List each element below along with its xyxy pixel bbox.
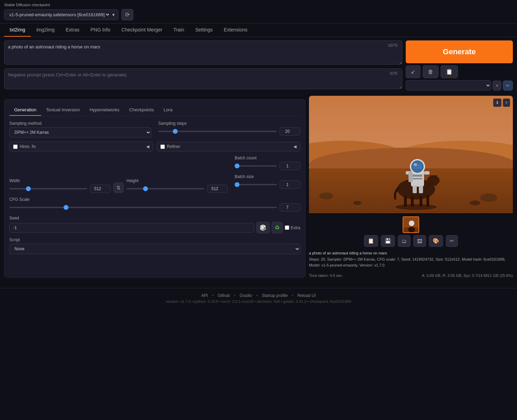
startup-profile-link[interactable]: Startup profile [262,293,288,298]
seed-random-button[interactable]: 🎲 [256,222,270,233]
api-link[interactable]: API [201,293,208,298]
inner-tab-hypernetworks[interactable]: Hypernetworks [85,104,124,116]
batch-groups: Batch count Batch size [235,156,300,193]
batch-size-input[interactable] [280,180,300,189]
nav-tab-train[interactable]: Train [168,24,190,37]
output-image [309,96,513,213]
image-controls: ⬇ × [493,99,510,107]
sampling-method-select[interactable]: DPM++ 2M Karras [9,127,151,138]
style-dropdown[interactable] [406,80,491,91]
batch-size-label: Batch size [235,174,300,179]
copy-prompt-button[interactable]: 📋 [441,65,458,78]
refiner-label: Refiner [167,144,180,149]
width-slider[interactable] [9,188,87,189]
refiner-toggle[interactable]: Refiner ◀ [157,142,300,151]
send-to-img2img-button[interactable]: 📋 [364,235,378,247]
svg-rect-25 [408,172,413,182]
positive-prompt-wrapper: a photo of an astronaut riding a horse o… [4,40,402,66]
action-icons-row: 📋 💾 🗂 🖼 🎨 ✂ [309,235,513,247]
sampling-steps-row [158,127,300,136]
inner-tab-lora[interactable]: Lora [159,104,177,116]
time-info-row: Time taken: 4.0 sec. A: 3.09 GB, R: 3.56… [309,272,513,278]
clear-prompt-button[interactable]: 🗑 [423,65,439,78]
extra-seed-checkbox[interactable] [285,225,289,230]
cfg-scale-slider[interactable] [9,207,277,208]
inner-tabs: Generation Textual Inversion Hypernetwor… [9,104,300,116]
negative-prompt-section: 0/75 [4,68,402,90]
inner-tab-generation[interactable]: Generation [9,104,41,116]
seed-label: Seed [9,216,300,221]
generate-button[interactable]: Generate [406,40,513,63]
height-slider[interactable] [126,188,204,189]
negative-prompt-input[interactable] [4,68,402,89]
cfg-scale-label: CFG Scale [9,197,300,202]
send-to-inpaint-button[interactable]: ↙ [406,65,421,78]
github-link[interactable]: Github [218,293,230,298]
svg-point-20 [414,163,417,166]
hires-refiner-row: Hires. fix ◀ Refiner ◀ [9,142,300,151]
footer-links: API • Github • Gradio • Startup profile … [5,293,512,298]
batch-size-slider[interactable] [235,184,277,185]
image-close-button[interactable]: × [503,99,510,107]
prompt-section: a photo of an astronaut riding a horse o… [4,40,402,66]
cfg-scale-input[interactable] [280,203,300,212]
nav-tab-extensions[interactable]: Extensions [218,24,253,37]
svg-point-5 [319,193,333,199]
palette-button[interactable]: 🎨 [429,235,443,247]
batch-size-group: Batch size [235,174,300,189]
seed-recycle-button[interactable]: ♻ [272,222,283,233]
refresh-checkpoint-button[interactable]: ⟳ [121,9,133,20]
svg-rect-27 [413,178,422,179]
batch-count-input[interactable] [280,162,300,170]
negative-prompt-wrapper: 0/75 [4,68,402,90]
main-content: a photo of an astronaut riding a horse o… [0,37,517,281]
height-input[interactable] [207,185,228,193]
style-edit-button[interactable]: ✏ [503,81,513,91]
script-select[interactable]: None [9,244,300,254]
sampling-steps-slider[interactable] [158,131,277,132]
batch-count-slider[interactable] [235,165,277,167]
svg-point-8 [353,201,361,205]
style-clear-button[interactable]: × [492,81,501,91]
width-input[interactable] [90,185,111,193]
seed-input[interactable] [9,223,254,233]
svg-point-31 [409,221,414,226]
nav-tab-pnginfo[interactable]: PNG Info [85,24,116,37]
swap-dimensions-button[interactable]: ⇅ [113,183,124,193]
cut-button[interactable]: ✂ [446,235,458,247]
sampling-row: Sampling method DPM++ 2M Karras Sampling… [9,121,300,138]
refiner-checkbox[interactable] [160,144,165,149]
nav-tab-checkpoint-merger[interactable]: Checkpoint Merger [116,24,168,37]
memory-info-label: A: 3.09 GB, R: 3.56 GB, Sys: 3.7/14.5811… [422,273,513,278]
image-download-button[interactable]: ⬇ [493,99,501,107]
save-image-button[interactable]: 💾 [381,235,395,247]
positive-prompt-counter: 10/75 [386,43,400,48]
extra-seed-toggle[interactable]: Extra [285,225,300,230]
nav-tab-img2img[interactable]: img2img [31,24,60,37]
output-panel: ⬇ × 📋 💾 🗂 [309,96,513,278]
nav-tab-extras[interactable]: Extras [60,24,85,37]
height-label: Height [126,178,228,183]
reload-ui-link[interactable]: Reload UI [297,293,316,298]
svg-point-32 [408,227,415,232]
zip-images-button[interactable]: 🗂 [398,235,411,247]
sampling-steps-group: Sampling steps [158,121,300,136]
batch-count-group: Batch count [235,156,300,170]
hires-fix-toggle[interactable]: Hires. fix ◀ [9,142,153,151]
inner-tab-textual-inversion[interactable]: Textual Inversion [41,104,85,116]
sampling-method-group: Sampling method DPM++ 2M Karras [9,121,151,138]
checkpoint-selector[interactable]: v1-5-pruned-emaonly.safetensors [6ce0161… [4,9,119,20]
nav-tab-txt2img[interactable]: txt2img [4,24,31,37]
thumbnail-1[interactable] [403,216,419,233]
hires-fix-checkbox[interactable] [13,144,18,149]
inner-tab-checkpoints[interactable]: Checkpoints [124,104,159,116]
checkpoint-dropdown[interactable]: v1-5-pruned-emaonly.safetensors [6ce0161… [8,12,110,18]
checkpoint-label: Stable Diffusion checkpoint [4,3,513,7]
cfg-scale-group: CFG Scale [9,197,300,212]
send-to-extras-button[interactable]: 🖼 [413,235,426,247]
nav-tab-settings[interactable]: Settings [190,24,218,37]
sampling-steps-input[interactable] [280,127,300,136]
svg-rect-24 [419,186,423,193]
positive-prompt-input[interactable]: a photo of an astronaut riding a horse o… [4,40,402,65]
gradio-link[interactable]: Gradio [239,293,252,298]
